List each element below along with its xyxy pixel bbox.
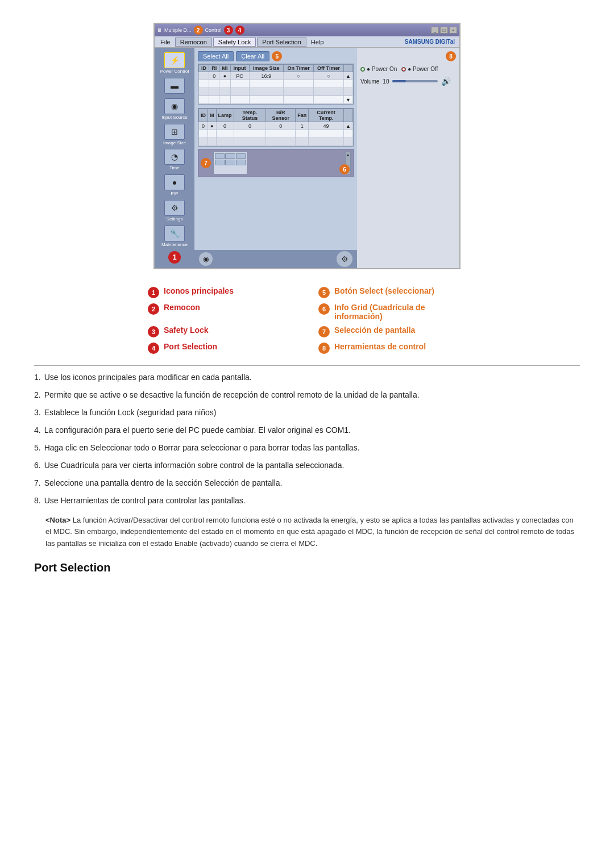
pip-label: PIP bbox=[171, 191, 179, 197]
sidebar-pip[interactable]: ● PIP bbox=[159, 174, 190, 197]
legend-item-1: 1 Iconos principales bbox=[148, 286, 296, 298]
volume-icon: 🔊 bbox=[441, 77, 451, 86]
grid1-header-imagesize: Image Size bbox=[249, 65, 284, 72]
screen-cell[interactable] bbox=[215, 153, 225, 159]
legend-section: 1 Iconos principales 5 Botón Select (sel… bbox=[148, 286, 466, 354]
menu-port-selection[interactable]: Port Selection bbox=[257, 37, 306, 47]
input-source-label: Input Source bbox=[161, 115, 187, 120]
grid1-header-mi: MI bbox=[219, 65, 230, 72]
minimize-button[interactable]: _ bbox=[431, 27, 439, 34]
legend-item-8: 8 Herramientas de control bbox=[318, 342, 466, 354]
note-label: <Nota> bbox=[45, 516, 70, 524]
center-content: Select All Clear All 5 ID RI MI Input bbox=[194, 48, 357, 250]
menu-remocon[interactable]: Remocon bbox=[175, 37, 212, 47]
legend-item-7: 7 Selección de pantalla bbox=[318, 326, 466, 337]
time-icon: ◔ bbox=[164, 149, 185, 165]
table-row bbox=[199, 138, 353, 146]
screen-cell[interactable] bbox=[236, 160, 246, 165]
badge-1: 1 bbox=[168, 251, 181, 264]
grid1-header-ri: RI bbox=[209, 65, 219, 72]
legend-badge-6: 6 bbox=[318, 303, 330, 315]
info-grid-1: ID RI MI Input Image Size On Timer Off T… bbox=[198, 64, 354, 105]
settings-icon: ⚙ bbox=[164, 200, 185, 216]
legend-badge-2: 2 bbox=[148, 303, 159, 315]
note-box: <Nota> La función Activar/Desactivar del… bbox=[45, 515, 580, 550]
table-row: 0 ● PC 16:9 ○ ○ ▲ bbox=[199, 72, 353, 80]
power-off-radio[interactable] bbox=[401, 67, 406, 72]
screen-cell[interactable] bbox=[225, 153, 235, 159]
title-bar: 🖥 Multiple D... 2 Control 3 4 _ □ × bbox=[155, 24, 459, 36]
close-button[interactable]: × bbox=[449, 27, 457, 34]
grid2-header-m: M bbox=[208, 109, 217, 122]
power-control-icon: ⚡ bbox=[164, 52, 185, 68]
menu-help[interactable]: Help bbox=[308, 38, 327, 46]
window-buttons[interactable]: _ □ × bbox=[431, 27, 457, 34]
legend-text-3: Safety Lock bbox=[164, 326, 209, 335]
screen-cell[interactable] bbox=[236, 153, 246, 159]
note-text: La función Activar/Desactivar del contro… bbox=[45, 516, 574, 548]
grid2-header-temp: Temp. Status bbox=[234, 109, 266, 122]
table-row: ▼ bbox=[199, 96, 353, 104]
legend-text-1: Iconos principales bbox=[164, 286, 234, 295]
list-item: 8.Use Herramientas de control para contr… bbox=[34, 495, 580, 507]
power-on-radio[interactable] bbox=[360, 67, 365, 72]
screen-grid[interactable] bbox=[213, 152, 247, 174]
sidebar-maintenance[interactable]: 🔧 Maintenance bbox=[159, 226, 190, 248]
pip-icon: ● bbox=[164, 174, 185, 190]
select-all-button[interactable]: Select All bbox=[198, 51, 234, 61]
maximize-button[interactable]: □ bbox=[440, 27, 448, 34]
sidebar-power-control[interactable]: ⚡ Power Control bbox=[159, 52, 190, 74]
clear-all-button[interactable]: Clear All bbox=[236, 51, 269, 61]
app-screenshot: 🖥 Multiple D... 2 Control 3 4 _ □ × File… bbox=[154, 23, 460, 269]
table-row bbox=[199, 88, 353, 96]
sidebar-image-size[interactable]: ⊞ Image Size bbox=[159, 124, 190, 146]
badge-2: 2 bbox=[194, 26, 203, 35]
list-item: 5.Haga clic en Seleccionar todo o Borrar… bbox=[34, 442, 580, 454]
legend-item-6: 6 Info Grid (Cuadrícula de información) bbox=[318, 303, 466, 321]
power-off-option[interactable]: ● Power Off bbox=[401, 66, 438, 72]
list-item: 1.Use los iconos principales para modifi… bbox=[34, 372, 580, 383]
badge-8: 8 bbox=[446, 51, 456, 61]
grid2-header-fan: Fan bbox=[296, 109, 309, 122]
unknown1-icon: ▬ bbox=[164, 78, 185, 94]
table-row bbox=[199, 130, 353, 138]
legend-badge-7: 7 bbox=[318, 326, 330, 337]
title-bar-left: 🖥 Multiple D... 2 Control 3 4 bbox=[157, 26, 244, 35]
table-row bbox=[199, 80, 353, 88]
right-panel: 8 ● Power On ● Power Off Volume 10 bbox=[357, 48, 459, 268]
power-on-label: ● Power On bbox=[367, 66, 397, 72]
legend-badge-5: 5 bbox=[318, 287, 330, 298]
port-selection-heading: Port Selection bbox=[34, 561, 580, 578]
grid2-header-currenttemp: Current Temp. bbox=[309, 109, 344, 122]
sidebar-input-source[interactable]: ◉ Input Source bbox=[159, 98, 190, 120]
sidebar-settings[interactable]: ⚙ Settings bbox=[159, 200, 190, 222]
badge1-container: 1 bbox=[168, 251, 181, 264]
sidebar-time[interactable]: ◔ Time bbox=[159, 149, 190, 171]
power-off-label: ● Power Off bbox=[408, 66, 438, 72]
power-on-option[interactable]: ● Power On bbox=[360, 66, 397, 72]
legend-text-6: Info Grid (Cuadrícula de información) bbox=[334, 303, 466, 321]
grid1-header-id: ID bbox=[199, 65, 209, 72]
sidebar-unknown1[interactable]: ▬ bbox=[159, 78, 190, 95]
legend-text-2: Remocon bbox=[164, 303, 200, 312]
list-item: 4.La configuración para el puerto serie … bbox=[34, 424, 580, 436]
legend-text-7: Selección de pantalla bbox=[334, 326, 415, 335]
badge-3: 3 bbox=[224, 26, 233, 35]
toolbar-row: Select All Clear All 5 bbox=[198, 51, 354, 61]
legend-badge-4: 4 bbox=[148, 343, 159, 354]
right-spacer bbox=[360, 90, 456, 265]
grid1-header-offtimer: Off Timer bbox=[313, 65, 343, 72]
grid1-header-scroll bbox=[344, 65, 353, 72]
divider bbox=[34, 365, 580, 366]
legend-badge-1: 1 bbox=[148, 287, 159, 298]
menu-safety-lock[interactable]: Safety Lock bbox=[213, 37, 256, 47]
legend-text-8: Herramientas de control bbox=[334, 342, 426, 351]
table-row: 0 ● 0 0 0 1 49 ▲ bbox=[199, 122, 353, 130]
screen-cell[interactable] bbox=[225, 160, 235, 165]
volume-slider[interactable] bbox=[392, 80, 438, 82]
menu-file[interactable]: File bbox=[157, 38, 174, 46]
list-item: 6.Use Cuadrícula para ver cierta informa… bbox=[34, 460, 580, 471]
numbered-list: 1.Use los iconos principales para modifi… bbox=[34, 372, 580, 507]
screen-cell[interactable] bbox=[215, 160, 225, 165]
grid1-header-ontimer: On Timer bbox=[284, 65, 314, 72]
